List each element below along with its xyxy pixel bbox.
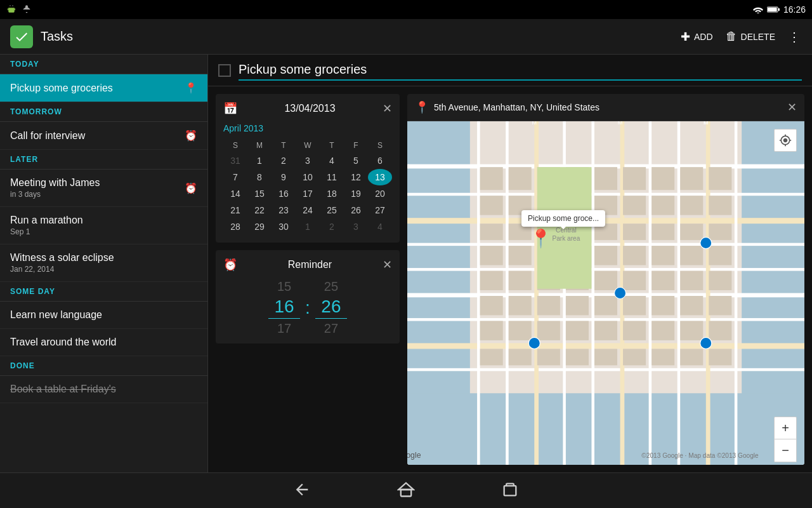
- svg-rect-61: [594, 246, 617, 265]
- reminder-close-button[interactable]: ✕: [383, 258, 392, 272]
- svg-rect-30: [480, 167, 503, 190]
- svg-rect-72: [652, 271, 674, 290]
- calendar-day[interactable]: 25: [320, 202, 344, 218]
- calendar-day[interactable]: 8: [247, 169, 272, 185]
- task-title-input[interactable]: [239, 60, 802, 81]
- svg-rect-66: [480, 271, 503, 290]
- calendar-day[interactable]: 5: [344, 152, 368, 169]
- add-button[interactable]: ✚ ADD: [681, 30, 713, 44]
- map-zoom-in-button[interactable]: +: [774, 417, 797, 439]
- calendar-day[interactable]: 28: [223, 218, 247, 235]
- calendar-day[interactable]: 3: [344, 218, 368, 235]
- more-icon: ⋮: [788, 29, 802, 44]
- svg-rect-17: [407, 318, 804, 321]
- calendar-day[interactable]: 14: [223, 185, 247, 202]
- home-button[interactable]: [392, 476, 420, 505]
- calendar-day[interactable]: 31: [223, 152, 247, 169]
- main-layout: TODAY Pickup some groceries 📍 TOMORROW C…: [0, 55, 812, 472]
- task-item-run-marathon[interactable]: Run a marathon Sep 1: [0, 207, 207, 244]
- task-item-pickup-groceries[interactable]: Pickup some groceries 📍: [0, 74, 207, 102]
- calendar-day[interactable]: 4: [368, 218, 392, 235]
- reminder-panel: ⏰ Reminder ✕ 15 16 17 : 25 26: [216, 250, 400, 344]
- svg-rect-63: [652, 246, 674, 265]
- svg-rect-45: [652, 196, 674, 215]
- calendar-day[interactable]: 1: [247, 152, 272, 169]
- svg-rect-39: [480, 196, 503, 215]
- calendar-day[interactable]: 29: [247, 218, 272, 235]
- task-item-travel-world[interactable]: Travel around the world: [0, 329, 207, 356]
- hour-current[interactable]: 16: [268, 297, 300, 319]
- calendar-day[interactable]: 4: [320, 152, 344, 169]
- task-item-meeting-james[interactable]: Meeting with James in 3 days ⏰: [0, 170, 207, 207]
- svg-rect-56: [709, 224, 731, 240]
- map-zoom-out-button[interactable]: −: [774, 439, 797, 462]
- calendar-day[interactable]: 1: [296, 218, 320, 235]
- section-someday: SOME DAY: [0, 282, 207, 302]
- map-locate-button[interactable]: [774, 129, 797, 152]
- task-item-book-table[interactable]: Book a table at Friday's: [0, 376, 207, 403]
- svg-rect-94: [509, 349, 532, 365]
- calendar-day[interactable]: 24: [296, 202, 320, 218]
- svg-rect-88: [594, 321, 617, 340]
- calendar-day[interactable]: 30: [272, 218, 296, 235]
- svg-text:M: M: [532, 121, 537, 126]
- minute-current[interactable]: 26: [315, 297, 347, 319]
- calendar-day[interactable]: 19: [344, 185, 368, 202]
- svg-rect-86: [537, 321, 560, 340]
- back-button[interactable]: [288, 476, 316, 505]
- calendar-day[interactable]: 18: [320, 185, 344, 202]
- task-item-solar-eclipse[interactable]: Witness a solar eclipse Jan 22, 2014: [0, 244, 207, 282]
- calendar-day[interactable]: 11: [320, 169, 344, 185]
- calendar-day[interactable]: 7: [223, 169, 247, 185]
- map-location-icon: 📍: [415, 100, 429, 114]
- calendar-day[interactable]: 21: [223, 202, 247, 218]
- section-later: LATER: [0, 150, 207, 170]
- more-menu-button[interactable]: ⋮: [788, 29, 802, 44]
- calendar-day[interactable]: 2: [272, 152, 296, 169]
- status-bar-right: 16:26: [753, 4, 806, 15]
- calendar-grid: S M T W T F S 3112345678910111213141: [223, 138, 392, 235]
- calendar-day[interactable]: 6: [368, 152, 392, 169]
- map-address-input[interactable]: [434, 102, 782, 112]
- delete-button[interactable]: 🗑 DELETE: [726, 30, 775, 43]
- calendar-day[interactable]: 15: [247, 185, 272, 202]
- svg-text:Central: Central: [556, 227, 577, 234]
- calendar-day[interactable]: 3: [296, 152, 320, 169]
- svg-point-105: [528, 337, 540, 349]
- map-container[interactable]: Central Park area M M M M Google: [407, 121, 804, 465]
- svg-rect-6: [768, 8, 777, 11]
- calendar-day[interactable]: 10: [296, 169, 320, 185]
- task-checkbox[interactable]: [218, 64, 231, 77]
- calendar-day[interactable]: 9: [272, 169, 296, 185]
- calendar-day[interactable]: 17: [296, 185, 320, 202]
- svg-rect-55: [680, 224, 703, 240]
- svg-rect-19: [407, 368, 804, 371]
- calendar-icon: 📅: [223, 102, 237, 116]
- calendar-day[interactable]: 23: [272, 202, 296, 218]
- right-panel: 📅 13/04/2013 ✕ April 2013 S M T: [208, 55, 812, 472]
- cal-day-s2: S: [368, 138, 392, 152]
- calendar-day[interactable]: 16: [272, 185, 296, 202]
- recent-apps-button[interactable]: [496, 476, 524, 505]
- calendar-day[interactable]: 20: [368, 185, 392, 202]
- home-icon: [397, 481, 415, 498]
- calendar-close-button[interactable]: ✕: [383, 102, 392, 116]
- calendar-day[interactable]: 22: [247, 202, 272, 218]
- calendar-day[interactable]: 2: [320, 218, 344, 235]
- section-done: DONE: [0, 356, 207, 376]
- svg-rect-37: [680, 167, 703, 190]
- map-close-button[interactable]: ✕: [787, 100, 797, 114]
- calendar-day[interactable]: 13: [368, 169, 392, 185]
- svg-rect-44: [623, 196, 646, 215]
- svg-text:Park area: Park area: [552, 235, 580, 242]
- calendar-day[interactable]: 26: [344, 202, 368, 218]
- minute-column: 25 26 27: [315, 279, 347, 336]
- calendar-day[interactable]: 12: [344, 169, 368, 185]
- calendar-day[interactable]: 27: [368, 202, 392, 218]
- task-item-learn-language[interactable]: Learn new language: [0, 302, 207, 329]
- task-item-call-interview[interactable]: Call for interview ⏰: [0, 122, 207, 150]
- calendar-panel-header: 📅 13/04/2013 ✕: [223, 102, 392, 116]
- reminder-label: Reminder: [288, 259, 332, 271]
- svg-point-111: [700, 337, 712, 349]
- hour-next: 17: [277, 321, 291, 336]
